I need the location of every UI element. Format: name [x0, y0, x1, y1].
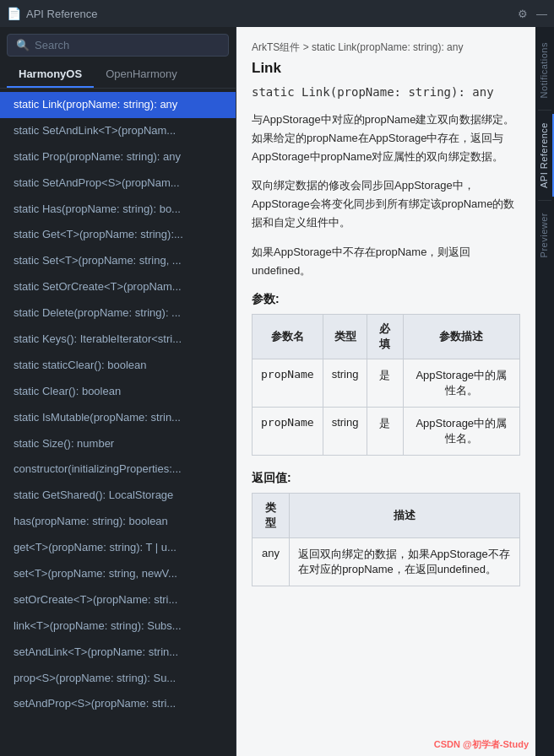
nav-item-20[interactable]: link<T>(propName: string): Subs... [0, 613, 236, 640]
right-tabs: NotificationsAPI ReferencePreviewer [535, 27, 554, 756]
tab-openharmony[interactable]: OpenHarmony [94, 62, 189, 88]
return-table: 类型描述any返回双向绑定的数据，如果AppStorage不存在对应的propN… [252, 493, 520, 586]
nav-item-3[interactable]: static SetAndProp<S>(propNam... [0, 170, 236, 197]
nav-item-10[interactable]: static staticClear(): boolean [0, 353, 236, 379]
nav-item-7[interactable]: static SetOrCreate<T>(propNam... [0, 274, 236, 300]
description-2: 双向绑定数据的修改会同步回AppStorage中，AppStorage会将变化同… [252, 176, 520, 232]
nav-item-5[interactable]: static Get<T>(propName: string):... [0, 222, 236, 248]
right-tab-2[interactable]: Previewer [535, 204, 554, 266]
nav-item-4[interactable]: static Has(propName: string): bo... [0, 197, 236, 223]
content-panel: ArkTS组件 > static Link(propName: string):… [236, 27, 535, 756]
nav-item-21[interactable]: setAndLink<T>(propName: strin... [0, 640, 236, 666]
params-col-header: 类型 [323, 314, 367, 359]
nav-item-12[interactable]: static IsMutable(propName: strin... [0, 405, 236, 431]
return-col-header: 类型 [253, 493, 290, 537]
content-title: Link [252, 60, 520, 77]
search-input[interactable] [35, 39, 220, 51]
nav-item-8[interactable]: static Delete(propName: string): ... [0, 300, 236, 327]
nav-item-14[interactable]: constructor(initializingProperties:... [0, 456, 236, 483]
content-body: 与AppStorage中对应的propName建立双向数据绑定。如果给定的pro… [252, 111, 520, 280]
api-icon: 📄 [7, 7, 21, 20]
sidebar: 🔍 HarmonyOS OpenHarmony static Link(prop… [0, 27, 236, 756]
nav-item-22[interactable]: prop<S>(propName: string): Su... [0, 666, 236, 692]
nav-item-2[interactable]: static Prop(propName: string): any [0, 144, 236, 170]
nav-item-23[interactable]: setAndProp<S>(propName: stri... [0, 691, 236, 717]
tab-bar: HarmonyOS OpenHarmony [0, 62, 236, 89]
description-3: 如果AppStorage中不存在propName，则返回undefined。 [252, 243, 520, 280]
settings-icon[interactable]: ⚙ [518, 8, 528, 20]
right-tab-1[interactable]: API Reference [535, 114, 554, 197]
right-tab-0[interactable]: Notifications [535, 34, 554, 106]
search-bar[interactable]: 🔍 [7, 34, 229, 57]
nav-item-9[interactable]: static Keys(): IterableIterator<stri... [0, 327, 236, 353]
nav-item-19[interactable]: setOrCreate<T>(propName: stri... [0, 587, 236, 613]
nav-item-16[interactable]: has(propName: string): boolean [0, 509, 236, 535]
tab-harmonyos[interactable]: HarmonyOS [7, 62, 94, 88]
nav-item-18[interactable]: set<T>(propName: string, newV... [0, 561, 236, 587]
params-header: 参数: [252, 292, 520, 307]
return-header: 返回值: [252, 471, 520, 486]
params-col-header: 参数名 [253, 314, 323, 359]
params-col-header: 参数描述 [403, 314, 519, 359]
nav-item-15[interactable]: static GetShared(): LocalStorage [0, 483, 236, 509]
nav-item-17[interactable]: get<T>(propName: string): T | u... [0, 535, 236, 561]
breadcrumb: ArkTS组件 > static Link(propName: string):… [252, 40, 520, 55]
right-tab-divider [538, 110, 551, 111]
right-tab-divider [538, 200, 551, 201]
watermark: CSDN @初学者-Study [434, 738, 529, 751]
title-bar: 📄 API Reference ⚙ — [0, 0, 554, 27]
params-table-row: propNamestring是AppStorage中的属性名。 [253, 407, 520, 455]
params-col-header: 必填 [367, 314, 403, 359]
nav-item-1[interactable]: static SetAndLink<T>(propNam... [0, 118, 236, 144]
nav-item-13[interactable]: static Size(): number [0, 431, 236, 457]
search-icon: 🔍 [16, 39, 30, 51]
params-table: 参数名类型必填参数描述propNamestring是AppStorage中的属性… [252, 314, 520, 456]
title-bar-controls: ⚙ — [518, 8, 547, 20]
return-table-row: any返回双向绑定的数据，如果AppStorage不存在对应的propName，… [253, 537, 520, 586]
nav-item-11[interactable]: static Clear(): boolean [0, 379, 236, 405]
description-1: 与AppStorage中对应的propName建立双向数据绑定。如果给定的pro… [252, 111, 520, 166]
nav-item-0[interactable]: static Link(propName: string): any [0, 92, 236, 118]
content-signature: static Link(propName: string): any [252, 85, 520, 99]
nav-item-6[interactable]: static Set<T>(propName: string, ... [0, 248, 236, 274]
window-title: API Reference [26, 8, 98, 20]
nav-list[interactable]: static Link(propName: string): anystatic… [0, 89, 236, 756]
return-col-header: 描述 [290, 493, 520, 537]
minimize-icon[interactable]: — [536, 8, 547, 20]
title-bar-left: 📄 API Reference [7, 7, 98, 20]
main-layout: 🔍 HarmonyOS OpenHarmony static Link(prop… [0, 27, 554, 756]
